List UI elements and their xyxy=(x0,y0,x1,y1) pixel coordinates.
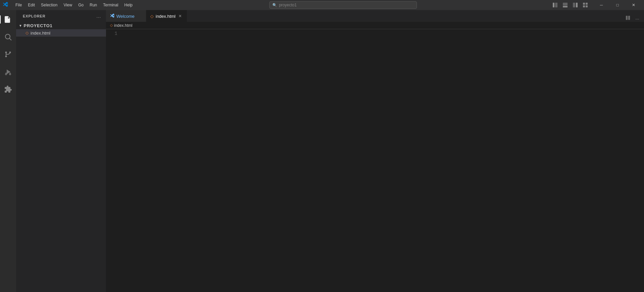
folder-chevron: ▼ xyxy=(19,24,22,28)
window-controls: ─ □ ✕ xyxy=(594,0,641,10)
tabs-right-actions: ... xyxy=(624,14,644,22)
sidebar-title: EXPLORER xyxy=(23,14,46,18)
svg-line-13 xyxy=(10,39,12,41)
search-bar[interactable]: 🔍 proyecto1 xyxy=(269,1,417,9)
folder-proyecto1[interactable]: ▼ PROYECTO1 xyxy=(16,22,106,29)
line-number-1: 1 xyxy=(106,31,117,37)
tab-welcome[interactable]: Welcome xyxy=(106,10,146,22)
line-numbers: 1 xyxy=(106,29,123,292)
menu-selection[interactable]: Selection xyxy=(38,2,60,8)
menu-terminal[interactable]: Terminal xyxy=(100,2,121,8)
svg-rect-9 xyxy=(586,5,588,7)
menu-file[interactable]: File xyxy=(13,2,24,8)
code-area[interactable] xyxy=(123,29,641,292)
activity-search[interactable] xyxy=(0,29,16,45)
maximize-btn[interactable]: □ xyxy=(610,0,625,10)
svg-rect-8 xyxy=(583,5,585,7)
titlebar-left: File Edit Selection View Go Run Terminal… xyxy=(3,2,135,8)
search-placeholder: proyecto1 xyxy=(279,3,297,7)
toggle-panel-btn[interactable] xyxy=(561,2,570,8)
svg-point-18 xyxy=(5,74,7,75)
breadcrumb-file-icon: ◇ xyxy=(110,23,113,28)
sidebar: EXPLORER ... ▼ PROYECTO1 ◇ index.html xyxy=(16,10,106,292)
menu-run[interactable]: Run xyxy=(87,2,100,8)
main-layout: EXPLORER ... ▼ PROYECTO1 ◇ index.html xyxy=(0,10,644,292)
svg-rect-5 xyxy=(576,3,578,7)
html-file-icon: ◇ xyxy=(25,31,29,35)
svg-rect-10 xyxy=(6,20,9,20)
menu-view[interactable]: View xyxy=(61,2,75,8)
html-tab-icon: ◇ xyxy=(150,14,154,19)
breadcrumb-filename: index.html xyxy=(114,23,132,28)
svg-rect-11 xyxy=(6,21,8,21)
minimize-btn[interactable]: ─ xyxy=(594,0,609,10)
activity-extensions[interactable] xyxy=(0,81,16,97)
editor-content[interactable]: 1 xyxy=(106,29,644,292)
folder-name: PROYECTO1 xyxy=(24,23,53,28)
svg-rect-3 xyxy=(563,6,568,7)
tabs-bar: Welcome ◇ index.html ✕ ... xyxy=(106,10,644,22)
minimap xyxy=(641,29,644,292)
split-editor-btn[interactable] xyxy=(624,14,632,22)
svg-rect-2 xyxy=(563,3,568,6)
file-index-html[interactable]: ◇ index.html xyxy=(16,29,106,37)
svg-point-16 xyxy=(9,52,11,53)
svg-rect-4 xyxy=(573,3,575,7)
menu-help[interactable]: Help xyxy=(122,2,136,8)
svg-rect-1 xyxy=(555,3,557,7)
editor-area: Welcome ◇ index.html ✕ ... ◇ index.html xyxy=(106,10,644,292)
toggle-secondary-sidebar-btn[interactable] xyxy=(571,2,580,8)
svg-rect-23 xyxy=(628,16,630,20)
activity-explorer[interactable] xyxy=(0,11,16,28)
tab-index-html[interactable]: ◇ index.html ✕ xyxy=(146,10,187,22)
editor-more-actions[interactable]: ... xyxy=(633,14,641,22)
svg-point-19 xyxy=(9,74,11,75)
svg-rect-7 xyxy=(586,3,588,5)
svg-rect-22 xyxy=(626,16,628,20)
activity-run-debug[interactable] xyxy=(0,64,16,80)
svg-rect-6 xyxy=(583,3,585,5)
search-icon: 🔍 xyxy=(272,3,277,7)
close-btn[interactable]: ✕ xyxy=(626,0,641,10)
customize-layout-btn[interactable] xyxy=(581,2,590,8)
file-name: index.html xyxy=(31,31,50,36)
sidebar-more-actions[interactable]: ... xyxy=(95,13,102,19)
svg-point-15 xyxy=(5,56,7,57)
sidebar-header: EXPLORER ... xyxy=(16,10,106,22)
svg-rect-0 xyxy=(553,3,554,7)
tab-close-btn[interactable]: ✕ xyxy=(177,13,183,19)
titlebar-right: ─ □ ✕ xyxy=(551,0,641,10)
welcome-tab-icon xyxy=(110,13,114,19)
code-line-1 xyxy=(123,31,641,37)
svg-point-12 xyxy=(5,34,10,39)
activity-source-control[interactable] xyxy=(0,46,16,62)
sidebar-actions: ... xyxy=(95,13,102,19)
vscode-logo xyxy=(3,2,8,8)
titlebar: File Edit Selection View Go Run Terminal… xyxy=(0,0,644,10)
menu-bar: File Edit Selection View Go Run Terminal… xyxy=(13,2,135,8)
svg-point-14 xyxy=(5,52,7,53)
breadcrumb: ◇ index.html xyxy=(106,22,644,29)
titlebar-center: 🔍 proyecto1 xyxy=(135,1,551,9)
toggle-primary-sidebar-btn[interactable] xyxy=(551,2,559,8)
welcome-tab-label: Welcome xyxy=(116,14,135,19)
explorer-tree: ▼ PROYECTO1 ◇ index.html xyxy=(16,22,106,292)
html-tab-label: index.html xyxy=(156,14,175,19)
menu-go[interactable]: Go xyxy=(75,2,86,8)
menu-edit[interactable]: Edit xyxy=(25,2,38,8)
activity-bar xyxy=(0,10,16,292)
